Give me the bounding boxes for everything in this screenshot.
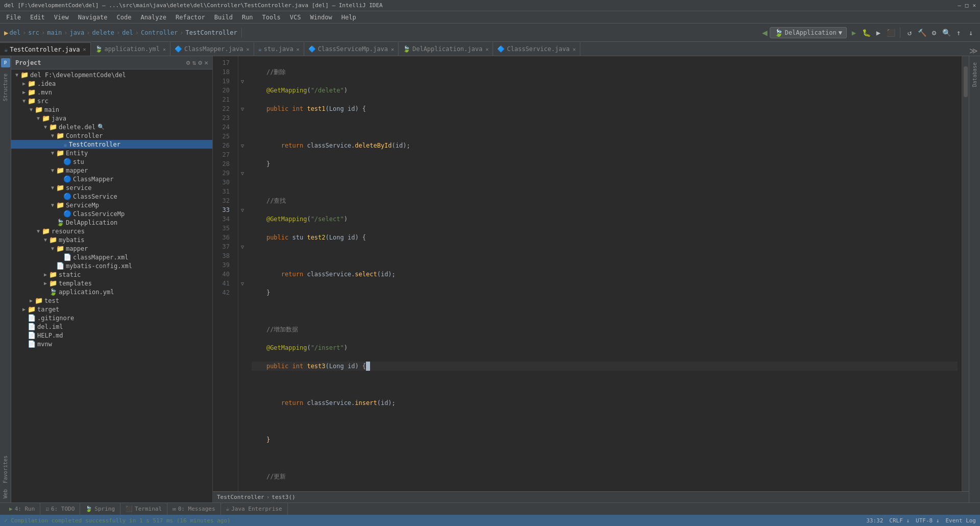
tree-item-controller[interactable]: ▼ 📁 Controller	[11, 131, 212, 140]
coverage-button[interactable]: ▶	[873, 28, 884, 38]
breadcrumb-java[interactable]: java	[69, 29, 84, 36]
breadcrumb-delete[interactable]: delete	[92, 29, 114, 36]
tree-item-static[interactable]: ▶ 📁 static	[11, 270, 212, 279]
menu-refactor[interactable]: Refactor	[172, 13, 209, 22]
menu-tools[interactable]: Tools	[258, 13, 285, 22]
tree-item-service[interactable]: ▼ 📁 service	[11, 183, 212, 192]
menu-navigate[interactable]: Navigate	[74, 13, 112, 22]
maximize-button[interactable]: □	[965, 2, 969, 9]
tree-item-testcontroller[interactable]: ☕ TestController	[11, 140, 212, 149]
tree-item-templates[interactable]: ▶ 📁 templates	[11, 279, 212, 288]
gutter-37[interactable]: ▽	[238, 242, 247, 251]
tree-item-classmapper-xml[interactable]: 📄 classMapper.xml	[11, 253, 212, 261]
gutter-22[interactable]: ▽	[238, 104, 247, 113]
breadcrumb-testcontroller[interactable]: TestController	[186, 29, 237, 36]
encoding[interactable]: UTF-8 ↓	[916, 517, 939, 524]
tab-delapplication-close[interactable]: ✕	[485, 46, 488, 52]
project-panel-toggle[interactable]: P	[1, 58, 10, 67]
menu-view[interactable]: View	[50, 13, 73, 22]
tree-item-stu[interactable]: 🔵 stu	[11, 157, 212, 166]
menu-file[interactable]: File	[2, 13, 25, 22]
tree-item-entity[interactable]: ▼ 📁 Entity	[11, 149, 212, 157]
gutter-41[interactable]: ▽	[238, 279, 247, 288]
tree-item-mvnw[interactable]: 📄 mvnw	[11, 340, 212, 348]
breadcrumb-del[interactable]: del	[9, 29, 20, 36]
tree-item-mvn[interactable]: ▶ 📁 .mvn	[11, 88, 212, 97]
bottom-tab-todo[interactable]: ☑ 6: TODO	[40, 503, 80, 515]
favorites-tab[interactable]: Favorites	[3, 453, 8, 485]
tab-stu-close[interactable]: ✕	[297, 46, 300, 52]
tab-classmapper-close[interactable]: ✕	[247, 46, 250, 52]
bottom-tab-java-enterprise[interactable]: ☕ Java Enterprise	[221, 503, 288, 515]
tree-item-classservice[interactable]: 🔵 ClassService	[11, 192, 212, 201]
settings-icon[interactable]: ⚙	[929, 28, 939, 38]
gutter-19[interactable]: ▽	[238, 77, 247, 86]
tree-item-del-root[interactable]: ▼ 📁 del F:\developmentCode\del	[11, 70, 212, 79]
breadcrumb-controller[interactable]: Controller	[141, 29, 178, 36]
project-close-icon[interactable]: ✕	[204, 59, 208, 66]
bottom-tab-terminal[interactable]: ⬛ Terminal	[120, 503, 167, 515]
menu-help[interactable]: Help	[337, 13, 360, 22]
scroll-thumb[interactable]	[964, 66, 968, 97]
tree-item-test[interactable]: ▶ 📁 test	[11, 296, 212, 305]
tree-item-gitignore[interactable]: 📄 .gitignore	[11, 314, 212, 322]
tree-item-mapper[interactable]: ▼ 📁 mapper	[11, 166, 212, 175]
tab-testcontroller-close[interactable]: ✕	[83, 46, 86, 52]
tree-item-resources[interactable]: ▼ 📁 resources	[11, 227, 212, 235]
project-filter-icon[interactable]: ⚙	[198, 59, 202, 66]
menu-vcs[interactable]: VCS	[286, 13, 305, 22]
breadcrumb-del2[interactable]: del	[122, 29, 133, 36]
run-button[interactable]: ▶	[849, 28, 859, 38]
tree-item-application-yml[interactable]: 🍃 application.yml	[11, 288, 212, 296]
web-tab[interactable]: Web	[3, 487, 8, 500]
run-config-selector[interactable]: 🍃 DelApplication ▼	[770, 27, 847, 38]
minimize-button[interactable]: –	[958, 2, 961, 9]
code-content[interactable]: //删除 @GetMapping("/delete") public int t…	[248, 56, 962, 491]
sync-icon[interactable]: ↺	[904, 28, 915, 38]
tree-item-mybatis-mapper[interactable]: ▼ 📁 mapper	[11, 244, 212, 253]
back-icon[interactable]: ◀	[762, 27, 768, 38]
scroll-indicator[interactable]	[962, 56, 969, 491]
tree-item-classmapper[interactable]: 🔵 ClassMapper	[11, 175, 212, 183]
tab-testcontroller[interactable]: ☕ TestController.java ✕	[0, 42, 91, 56]
breadcrumb-main[interactable]: main	[47, 29, 62, 36]
event-log[interactable]: Event Log	[945, 517, 976, 524]
tree-item-idea[interactable]: ▶ 📁 .idea	[11, 79, 212, 88]
tab-classservicemp-close[interactable]: ✕	[391, 46, 394, 52]
tab-application-yml[interactable]: 🍃 application.yml ✕	[91, 42, 170, 56]
tree-item-delete-del[interactable]: ▼ 📁 delete.del 🔍	[11, 123, 212, 131]
menu-analyze[interactable]: Analyze	[136, 13, 170, 22]
tab-application-yml-close[interactable]: ✕	[163, 46, 166, 52]
tree-item-del-iml[interactable]: 📄 del.iml	[11, 322, 212, 331]
structure-tab[interactable]: Structure	[3, 71, 8, 103]
database-tab[interactable]: Database	[970, 58, 979, 91]
tree-item-mybatis-config[interactable]: 📄 mybatis-config.xml	[11, 261, 212, 270]
tree-item-delapplication[interactable]: 🍃 DelApplication	[11, 218, 212, 227]
tab-classservicemp[interactable]: 🔷 ClassServiceMp.java ✕	[304, 42, 399, 56]
menu-window[interactable]: Window	[306, 13, 336, 22]
tree-item-servicemp[interactable]: ▼ 📁 ServiceMp	[11, 201, 212, 209]
tab-classservice[interactable]: 🔷 ClassService.java ✕	[493, 42, 580, 56]
tree-item-src[interactable]: ▼ 📁 src	[11, 97, 212, 105]
gutter-26[interactable]: ▽	[238, 141, 247, 150]
gutter-29[interactable]: ▽	[238, 169, 247, 178]
close-button[interactable]: ✕	[972, 2, 976, 9]
tree-item-main[interactable]: ▼ 📁 main	[11, 105, 212, 114]
vcs-commit-icon[interactable]: ↓	[966, 28, 976, 38]
tree-item-target[interactable]: ▶ 📁 target	[11, 305, 212, 314]
tree-item-classservicemp[interactable]: 🔵 ClassServiceMp	[11, 209, 212, 218]
tab-classservice-close[interactable]: ✕	[573, 46, 576, 52]
tree-item-java[interactable]: ▼ 📁 java	[11, 114, 212, 123]
tab-stu[interactable]: ☕ stu.java ✕	[254, 42, 304, 56]
tab-delapplication[interactable]: 🍃 DelApplication.java ✕	[399, 42, 493, 56]
build-icon[interactable]: 🔨	[917, 28, 927, 38]
bottom-tab-messages[interactable]: ✉ 0: Messages	[167, 503, 220, 515]
breadcrumb-src[interactable]: src	[28, 29, 39, 36]
tabs-overflow-icon[interactable]: ≫	[969, 46, 978, 56]
menu-build[interactable]: Build	[210, 13, 237, 22]
project-settings-icon[interactable]: ⚙	[186, 59, 190, 66]
project-expand-icon[interactable]: ⇅	[192, 59, 197, 66]
bottom-tab-spring[interactable]: 🍃 Spring	[80, 503, 120, 515]
stop-button[interactable]: ⬛	[886, 28, 896, 38]
tab-classmapper[interactable]: 🔷 ClassMapper.java ✕	[170, 42, 254, 56]
